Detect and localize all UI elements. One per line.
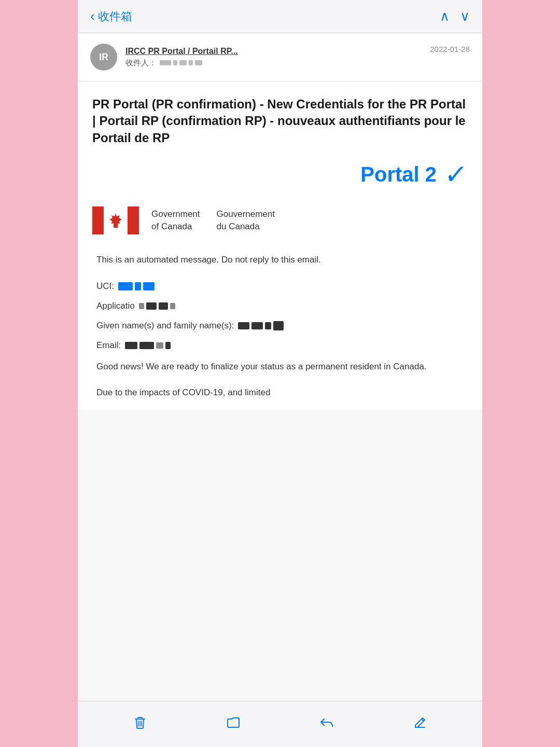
name-redact-3 xyxy=(265,322,271,329)
portal-2-label: Portal 2 xyxy=(360,163,437,186)
email-redact-2 xyxy=(139,342,154,349)
delete-button[interactable] xyxy=(128,711,152,735)
prev-email-button[interactable]: ∧ xyxy=(440,8,450,24)
email-redact-1 xyxy=(125,342,137,349)
redact-3 xyxy=(179,60,187,65)
given-name-value-redacted xyxy=(238,321,284,330)
uci-redact-1 xyxy=(118,282,133,290)
recipient-redacted xyxy=(160,60,202,65)
folder-icon xyxy=(226,715,241,730)
name-redact-2 xyxy=(251,322,263,329)
uci-value-redacted xyxy=(118,282,155,290)
email-body: PR Portal (PR confirmation) - New Creden… xyxy=(78,81,482,410)
email-label: Email: xyxy=(96,340,121,351)
avatar: IR xyxy=(90,44,117,71)
gov-names: Government of Canada Gouvernement du Can… xyxy=(151,208,275,233)
email-header: IR IRCC PR Portal / Portail RP... 收件人： 2… xyxy=(78,33,482,81)
uci-row: UCI: xyxy=(96,281,464,292)
automated-message: This is an automated message. Do not rep… xyxy=(96,253,464,267)
back-button[interactable]: ‹ 收件箱 xyxy=(90,9,132,24)
email-redact-4 xyxy=(165,342,171,349)
gov-name-english: Government of Canada xyxy=(151,208,200,233)
application-label: Applicatio xyxy=(96,301,135,311)
given-name-row: Given name(s) and family name(s): xyxy=(96,321,464,331)
svg-rect-2 xyxy=(128,206,139,234)
application-value-redacted xyxy=(139,302,175,310)
uci-label: UCI: xyxy=(96,281,114,292)
email-content: This is an automated message. Do not rep… xyxy=(92,253,468,399)
chevron-left-icon: ‹ xyxy=(90,9,95,23)
application-row: Applicatio xyxy=(96,301,464,311)
checkmark-icon: ✓ xyxy=(443,159,469,190)
next-email-button[interactable]: ∨ xyxy=(460,8,470,24)
email-date: 2022-01-28 xyxy=(430,44,470,53)
name-redact-4 xyxy=(273,321,284,330)
compose-icon xyxy=(412,715,428,730)
redact-4 xyxy=(189,60,193,65)
uci-redact-2 xyxy=(135,282,141,290)
compose-button[interactable] xyxy=(408,711,432,735)
redact-2 xyxy=(173,60,177,65)
trash-icon xyxy=(132,715,148,730)
app-redact-1 xyxy=(139,303,144,309)
gov-logo-area: Government of Canada Gouvernement du Can… xyxy=(92,204,468,237)
email-row: Email: xyxy=(96,340,464,351)
back-label: 收件箱 xyxy=(98,9,132,24)
gov-name-french: Gouvernement du Canada xyxy=(217,208,275,233)
canada-flag-icon xyxy=(92,206,139,234)
recipient-label: 收件人： xyxy=(125,58,157,68)
recipient-row: 收件人： xyxy=(125,58,422,68)
app-redact-2 xyxy=(146,302,157,310)
email-subject: PR Portal (PR confirmation) - New Creden… xyxy=(92,96,468,146)
folder-button[interactable] xyxy=(221,711,245,735)
sender-name: IRCC PR Portal / Portail RP... xyxy=(125,47,422,56)
nav-arrows: ∧ ∨ xyxy=(440,8,470,24)
app-redact-4 xyxy=(170,303,175,309)
redact-5 xyxy=(195,60,202,65)
app-redact-3 xyxy=(159,302,168,310)
sender-info: IRCC PR Portal / Portail RP... 收件人： xyxy=(125,47,422,68)
svg-rect-0 xyxy=(92,206,104,234)
reply-button[interactable] xyxy=(315,711,339,735)
bottom-toolbar xyxy=(78,701,482,747)
email-value-redacted xyxy=(125,342,171,349)
email-redact-3 xyxy=(156,342,163,349)
name-redact-1 xyxy=(238,322,249,329)
portal-annotation: Portal 2 ✓ xyxy=(92,159,468,190)
covid-text: Due to the impacts of COVID-19, and limi… xyxy=(96,386,464,399)
uci-redact-3 xyxy=(143,282,155,290)
top-navigation: ‹ 收件箱 ∧ ∨ xyxy=(78,0,482,33)
good-news-text: Good news! We are ready to finalize your… xyxy=(96,360,464,374)
reply-icon xyxy=(319,715,334,730)
redact-1 xyxy=(160,60,171,65)
given-name-label: Given name(s) and family name(s): xyxy=(96,321,234,331)
